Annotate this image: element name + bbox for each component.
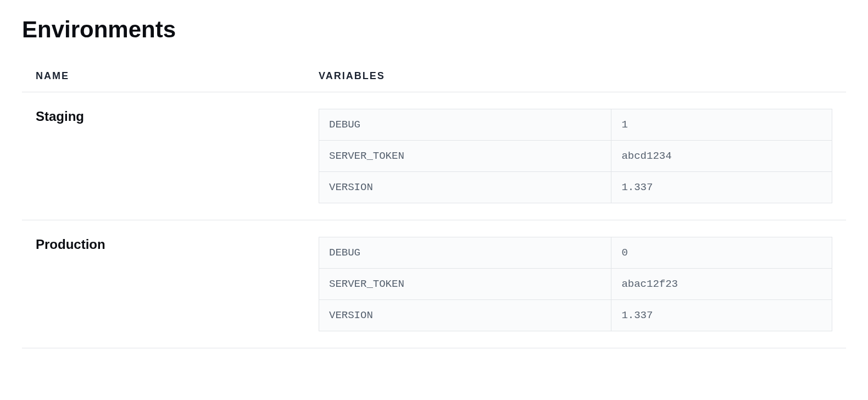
environment-row: Production DEBUG 0 SERVER_TOKEN abac12f2…: [22, 220, 846, 348]
variable-key: VERSION: [319, 300, 611, 331]
variable-value: 1.337: [611, 172, 832, 203]
environment-name: Staging: [22, 92, 319, 220]
variable-key: DEBUG: [319, 109, 611, 141]
variable-key: SERVER_TOKEN: [319, 141, 611, 172]
variable-key: VERSION: [319, 172, 611, 203]
environment-row: Staging DEBUG 1 SERVER_TOKEN abcd1234 VE…: [22, 92, 846, 220]
variable-row: SERVER_TOKEN abac12f23: [319, 269, 832, 300]
column-header-variables: VARIABLES: [319, 66, 846, 92]
variables-table: DEBUG 1 SERVER_TOKEN abcd1234 VERSION 1.…: [319, 109, 832, 203]
environment-name: Production: [22, 220, 319, 348]
variables-cell: DEBUG 0 SERVER_TOKEN abac12f23 VERSION 1…: [319, 220, 846, 348]
variable-key: DEBUG: [319, 237, 611, 269]
variable-value: 1: [611, 109, 832, 141]
variable-row: VERSION 1.337: [319, 300, 832, 331]
variable-row: SERVER_TOKEN abcd1234: [319, 141, 832, 172]
environments-table: NAME VARIABLES Staging DEBUG 1 SERVER_TO…: [22, 66, 846, 348]
variable-value: abcd1234: [611, 141, 832, 172]
variable-value: abac12f23: [611, 269, 832, 300]
variable-row: DEBUG 0: [319, 237, 832, 269]
column-header-name: NAME: [22, 66, 319, 92]
variable-value: 1.337: [611, 300, 832, 331]
variable-key: SERVER_TOKEN: [319, 269, 611, 300]
page-title: Environments: [22, 16, 846, 43]
variables-cell: DEBUG 1 SERVER_TOKEN abcd1234 VERSION 1.…: [319, 92, 846, 220]
variable-row: DEBUG 1: [319, 109, 832, 141]
variable-value: 0: [611, 237, 832, 269]
table-header-row: NAME VARIABLES: [22, 66, 846, 92]
variable-row: VERSION 1.337: [319, 172, 832, 203]
variables-table: DEBUG 0 SERVER_TOKEN abac12f23 VERSION 1…: [319, 237, 832, 331]
